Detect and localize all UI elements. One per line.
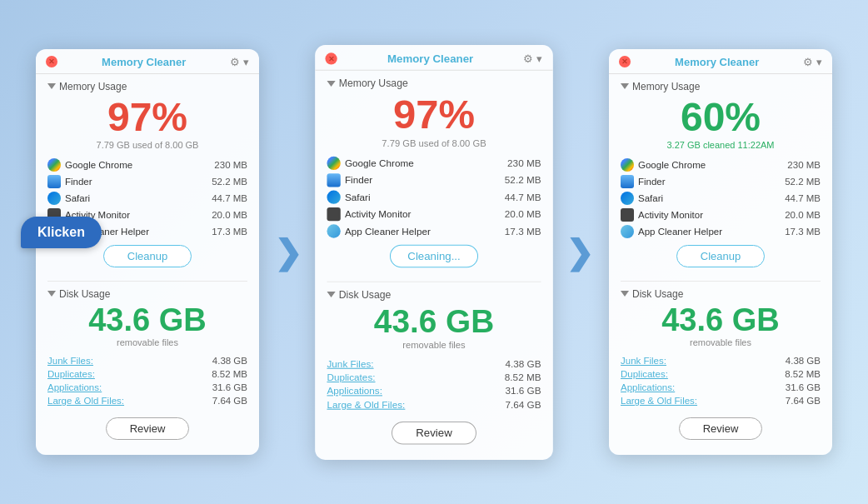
right-gear-button[interactable]: ⚙ ▾	[803, 56, 822, 68]
right-cleanup-btn-wrap: Cleanup	[621, 240, 821, 274]
applications-label[interactable]: Applications:	[621, 382, 675, 392]
app-name: Finder	[65, 177, 92, 187]
middle-gear-button[interactable]: ⚙ ▾	[523, 52, 542, 64]
left-memory-collapse-icon[interactable]	[47, 83, 56, 89]
right-memory-sub: 3.27 GB cleaned 11:22AM	[621, 140, 821, 150]
middle-disk-sub: removable files	[327, 339, 541, 349]
app-size: 20.0 MB	[212, 210, 247, 220]
appcleaner-icon	[621, 225, 634, 238]
left-disk-sub: removable files	[47, 337, 247, 347]
middle-panel-title: Memory Cleaner	[337, 52, 524, 64]
left-cleanup-button[interactable]: Cleanup	[103, 245, 192, 267]
right-cleanup-button[interactable]: Cleanup	[676, 245, 765, 267]
finder-icon	[47, 175, 61, 188]
left-gear-button[interactable]: ⚙ ▾	[230, 56, 249, 68]
left-memory-label: Memory Usage	[59, 81, 127, 92]
middle-close-button[interactable]: ✕	[325, 52, 337, 63]
left-review-button[interactable]: Review	[106, 417, 190, 440]
junk-files-value: 4.38 GB	[212, 356, 247, 366]
middle-disk-files: Junk Files: 4.38 GB Duplicates: 8.52 MB …	[327, 357, 541, 411]
duplicates-value: 8.52 MB	[785, 369, 821, 379]
app-row: App Cleaner Helper 17.3 MB	[327, 222, 541, 239]
duplicates-label[interactable]: Duplicates:	[621, 369, 668, 379]
large-old-files-label[interactable]: Large & Old Files:	[47, 396, 124, 406]
duplicates-label[interactable]: Duplicates:	[47, 369, 95, 379]
app-row: App Cleaner Helper 17.3 MB	[621, 223, 821, 240]
middle-disk-collapse-icon[interactable]	[327, 292, 335, 297]
left-panel-title: Memory Cleaner	[57, 56, 230, 68]
klicken-bubble: Klicken	[21, 217, 102, 248]
middle-memory-percent: 97%	[327, 92, 541, 137]
app-size: 230 MB	[507, 157, 541, 167]
arrow-1: ❯	[274, 233, 302, 272]
right-disk-files: Junk Files: 4.38 GB Duplicates: 8.52 MB …	[621, 354, 821, 407]
middle-disk-section: Disk Usage 43.6 GB removable files Junk …	[315, 282, 553, 459]
large-old-files-value: 7.64 GB	[505, 399, 541, 409]
app-size: 20.0 MB	[785, 210, 821, 220]
applications-label[interactable]: Applications:	[47, 382, 102, 392]
disk-file-row: Junk Files: 4.38 GB	[327, 357, 541, 370]
app-row: Safari 44.7 MB	[327, 188, 541, 205]
junk-files-label[interactable]: Junk Files:	[327, 358, 373, 368]
applications-value: 31.6 GB	[786, 382, 821, 392]
left-disk-collapse-icon[interactable]	[47, 291, 56, 297]
duplicates-label[interactable]: Duplicates:	[327, 372, 375, 382]
disk-file-row: Junk Files: 4.38 GB	[47, 354, 247, 367]
disk-file-row: Duplicates: 8.52 MB	[621, 367, 821, 381]
left-memory-sub: 7.79 GB used of 8.00 GB	[47, 140, 247, 150]
activity-monitor-icon	[621, 208, 634, 222]
app-name: Finder	[638, 177, 666, 187]
right-review-button[interactable]: Review	[679, 417, 763, 440]
middle-disk-label: Disk Usage	[339, 288, 392, 300]
applications-value: 31.6 GB	[505, 385, 541, 395]
left-disk-section: Disk Usage 43.6 GB removable files Junk …	[36, 282, 259, 456]
right-disk-header: Disk Usage	[621, 288, 821, 300]
app-size: 44.7 MB	[785, 193, 821, 203]
duplicates-value: 8.52 MB	[505, 372, 541, 382]
disk-file-row: Applications: 31.6 GB	[327, 383, 541, 397]
left-close-button[interactable]: ✕	[46, 56, 57, 67]
large-old-files-label[interactable]: Large & Old Files:	[621, 396, 697, 406]
duplicates-value: 8.52 MB	[212, 369, 247, 379]
middle-memory-collapse-icon[interactable]	[327, 80, 335, 86]
chrome-icon	[47, 158, 61, 172]
app-size: 52.2 MB	[785, 177, 821, 187]
left-disk-files: Junk Files: 4.38 GB Duplicates: 8.52 MB …	[47, 354, 247, 407]
middle-title-bar: ✕ Memory Cleaner ⚙ ▾	[315, 45, 553, 71]
left-disk-label: Disk Usage	[59, 288, 110, 300]
right-close-button[interactable]: ✕	[619, 56, 631, 67]
large-old-files-label[interactable]: Large & Old Files:	[327, 399, 405, 409]
right-review-btn-wrap: Review	[621, 414, 821, 448]
large-old-files-value: 7.64 GB	[212, 396, 247, 406]
left-disk-header: Disk Usage	[47, 288, 247, 300]
app-name: Safari	[65, 193, 90, 203]
applications-value: 31.6 GB	[212, 382, 247, 392]
finder-icon	[327, 173, 340, 187]
middle-cleaning-button[interactable]: Cleaning...	[390, 244, 478, 267]
right-memory-collapse-icon[interactable]	[621, 83, 629, 89]
right-memory-label: Memory Usage	[632, 81, 700, 92]
app-size: 230 MB	[214, 160, 247, 170]
app-size: 44.7 MB	[212, 193, 247, 203]
right-disk-collapse-icon[interactable]	[621, 291, 629, 297]
junk-files-label[interactable]: Junk Files:	[621, 356, 666, 366]
right-panel-title: Memory Cleaner	[631, 56, 803, 68]
right-disk-gb: 43.6 GB	[621, 303, 821, 338]
middle-cleaning-btn-wrap: Cleaning...	[327, 239, 541, 274]
safari-icon	[327, 190, 340, 203]
left-memory-percent: 97%	[47, 96, 247, 140]
app-size: 17.3 MB	[212, 227, 247, 237]
junk-files-label[interactable]: Junk Files:	[47, 356, 93, 366]
applications-label[interactable]: Applications:	[327, 385, 382, 395]
left-panel: ✕ Memory Cleaner ⚙ ▾ Memory Usage 97% 7.…	[36, 49, 259, 456]
app-row: Finder 52.2 MB	[47, 173, 247, 190]
left-disk-gb: 43.6 GB	[47, 303, 247, 338]
right-memory-header: Memory Usage	[621, 81, 821, 92]
left-panel-wrapper: ✕ Memory Cleaner ⚙ ▾ Memory Usage 97% 7.…	[36, 49, 259, 456]
app-size: 52.2 MB	[212, 177, 247, 187]
junk-files-value: 4.38 GB	[505, 358, 541, 368]
left-memory-section: Memory Usage 97% 7.79 GB used of 8.00 GB…	[36, 74, 259, 281]
middle-review-button[interactable]: Review	[392, 421, 477, 444]
app-row: Google Chrome 230 MB	[47, 157, 247, 173]
app-name: Activity Monitor	[345, 208, 412, 218]
